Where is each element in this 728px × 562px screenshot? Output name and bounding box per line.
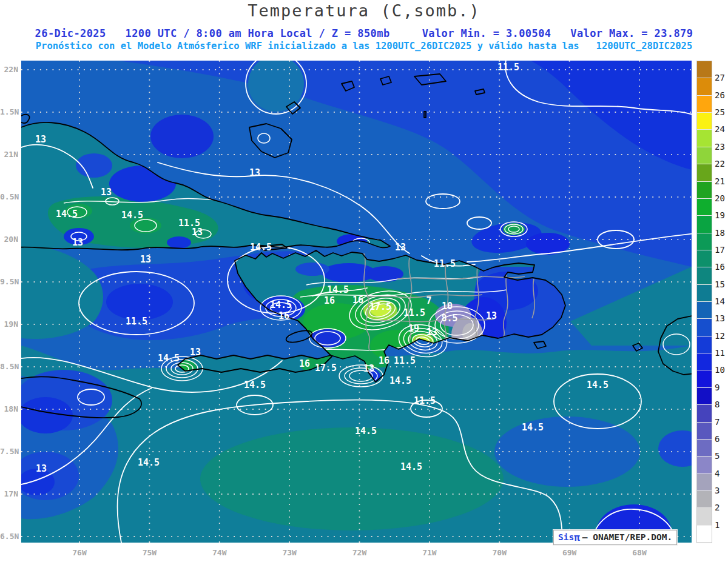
contour-label: 13 [486,310,497,321]
contour-label: 11.5 [497,62,519,73]
colorbar-block [697,130,712,147]
contour-label: 14.5 [270,299,292,310]
colorbar-block [697,233,712,250]
credit-badge: Sis π – ONAMET/REP.DOM. [553,530,677,545]
contour-label: 13 [249,167,260,178]
colorbar-tick-label: 13 [715,313,725,323]
colorbar-block [697,423,712,440]
lon-tick-label: 74W [207,548,232,557]
lat-tick-label: 18N [0,404,18,413]
colorbar-block [697,61,712,78]
colorbar-block [697,285,712,302]
colorbar-block [697,164,712,181]
colorbar-tick-label: 17 [715,245,725,255]
colorbar-block [697,302,712,319]
lat-tick-label: 1.5N [0,107,18,116]
colorbar-block [697,526,712,543]
contour-label: 13 [192,227,203,238]
contour-label: 13 [140,254,151,265]
contour-label: 11.5 [394,355,416,366]
contour-label: 14.5 [587,380,608,390]
colorbar-tick-label: 6 [715,434,720,444]
colorbar-block [697,267,712,284]
colorbar-block [697,96,712,113]
colorbar-tick-label: 2 [715,503,720,512]
lon-tick-label: 70W [487,548,511,557]
colorbar-block [697,250,712,267]
colorbar-tick-label: 3 [715,486,720,495]
colorbar-block [697,440,712,457]
contour-label: 14.5 [389,375,411,386]
contour-label: 16 [352,295,363,306]
colorbar-tick-label: 14 [715,296,725,306]
chart-subtitle-validtime: 26-Dic-2025 1200 UTC / 8:00 am Hora Loca… [0,27,728,39]
contour-label: 13 [395,242,406,253]
lat-tick-label: 8.5N [0,362,18,371]
colorbar-tick-label: 19 [715,210,725,220]
colorbar-tick-label: 26 [715,90,725,100]
lat-tick-label: 6.5N [0,532,18,541]
colorbar-block [697,199,712,216]
contour-label: 16 [278,310,289,321]
colorbar-block [697,78,712,95]
sispi-logo-text: Sis [558,532,574,542]
lon-tick-label: 76W [67,548,92,557]
contour-label: 14.5 [355,426,377,437]
contour-label: 16 [379,355,389,366]
colorbar-block [697,474,712,491]
colorbar-block [697,370,712,387]
colorbar-tick-label: 1 [715,520,720,530]
weather-chart-page: Temperatura (C,somb.) 26-Dic-2025 1200 U… [0,0,728,562]
contour-label: 13 [35,134,46,145]
contour-label: 14.5 [138,457,160,468]
colorbar-tick-label: 9 [715,383,720,392]
colorbar-tick-label: 24 [715,124,725,134]
lat-tick-label: 0.5N [0,192,18,201]
lon-tick-label: 73W [277,548,302,557]
contour-label: 10 [442,301,453,312]
credit-text: – ONAMET/REP.DOM. [582,532,672,542]
colorbar-tick-label: 16 [715,262,725,272]
chart-subtitle-model: Pronóstico con el Modelo Atmósferico WRF… [0,41,728,52]
colorbar-tick-label: 20 [715,193,725,203]
colorbar-block [697,336,712,353]
lat-tick-label: 19N [0,319,18,329]
lat-tick-label: 9.5N [0,277,18,286]
contour-label: 13 [101,187,112,198]
contour-label: 13 [363,363,374,374]
colorbar-tick-label: 18 [715,228,725,238]
contour-label: 11.5 [434,258,456,269]
colorbar-block [697,113,712,130]
colorbar-block [697,405,712,422]
colorbar-tick-label: 5 [715,451,720,461]
lon-tick-label: 72W [348,548,372,557]
colorbar-tick-label: 25 [715,107,725,117]
sispi-pi-icon: π [574,532,580,543]
lat-tick-label: 22N [0,65,18,74]
contour-label: 13 [36,463,47,474]
colorbar-block [697,147,712,164]
colorbar-block [697,216,712,233]
lat-tick-label: 20N [0,235,18,244]
contour-label: 13 [426,327,437,338]
contour-label: 16 [324,295,335,306]
contour-label: 14.5 [400,461,422,472]
colorbar-tick-label: 10 [715,365,725,375]
lat-tick-label: 17N [0,489,18,498]
colorbar-tick-label: 22 [715,159,725,169]
contour-label: 14.5 [121,210,143,221]
lon-tick-label: 75W [137,548,161,557]
contour-label: 7 [426,295,431,306]
map-plot-area: 11.513131314.514.511.513131314.51311.513… [21,61,692,543]
colorbar-block [697,388,712,405]
lon-tick-label: 69W [558,548,582,557]
colorbar-block [697,319,712,336]
contour-label: 14.5 [158,353,180,364]
contour-label: 14.5 [250,242,272,253]
colorbar-tick-label: 8 [715,400,720,409]
colorbar-tick-label: 23 [715,142,725,152]
colorbar-tick-label: 15 [715,279,725,289]
contour-label: 14.5 [56,209,78,219]
lon-tick-label: 71W [417,548,442,557]
colorbar-block [697,182,712,199]
